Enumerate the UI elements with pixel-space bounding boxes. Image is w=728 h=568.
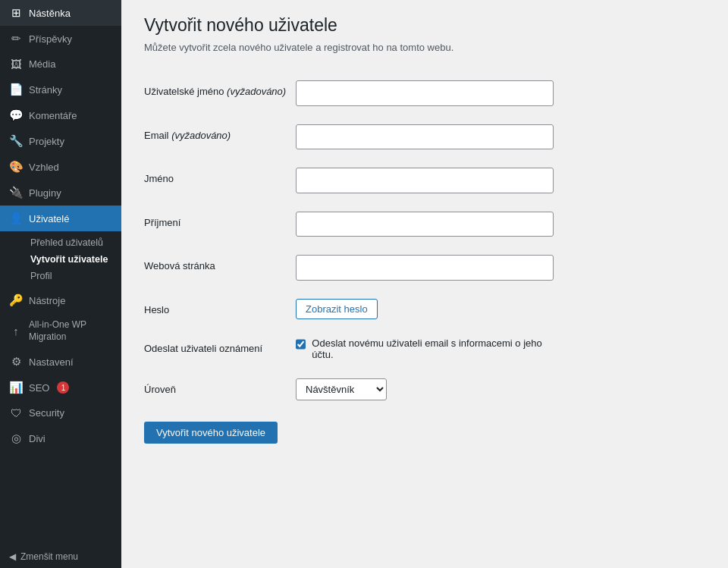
role-label: Úroveň — [144, 378, 296, 395]
submenu-item-vytvorit[interactable]: Vytvořit uživatele — [23, 251, 121, 268]
lastname-input[interactable] — [296, 212, 554, 237]
password-control: Zobrazit heslo — [296, 299, 554, 319]
pluginy-icon: 🔌 — [9, 186, 23, 199]
sidebar-item-label: Security — [29, 407, 64, 419]
prispevky-icon: ✏ — [9, 32, 23, 46]
sidebar-item-label: Média — [29, 58, 55, 70]
sidebar-item-label: Projekty — [29, 136, 64, 147]
notification-checkbox[interactable] — [296, 339, 306, 350]
komentare-icon: 💬 — [9, 108, 23, 122]
stranky-icon: 📄 — [9, 83, 23, 96]
create-user-form: Uživatelské jméno (vyžadováno) Email (vy… — [144, 71, 705, 444]
page-subtitle: Můžete vytvořit zcela nového uživatele a… — [144, 42, 705, 53]
sidebar: ⊞ Nástěnka ✏ Příspěvky 🖼 Média 📄 Stránky… — [0, 0, 121, 568]
submit-row: Vytvořit nového uživatele — [144, 410, 705, 444]
lastname-control — [296, 212, 554, 237]
password-row: Heslo Zobrazit heslo — [144, 290, 705, 328]
page-title: Vytvořit nového uživatele — [144, 15, 705, 36]
lastname-label: Příjmení — [144, 212, 296, 228]
uzivatele-icon: 👤 — [9, 212, 23, 225]
sidebar-item-label: Příspěvky — [29, 33, 72, 45]
sidebar-item-label: Divi — [29, 433, 46, 444]
username-input[interactable] — [296, 80, 554, 106]
role-select[interactable]: Návštěvník Přispěvatel Autor Editor Admi… — [296, 378, 387, 400]
allinone-icon: ↑ — [9, 325, 23, 337]
notification-checkbox-label: Odeslat novému uživateli email s informa… — [312, 337, 554, 360]
firstname-control — [296, 168, 554, 193]
sidebar-item-stranky[interactable]: 📄 Stránky — [0, 77, 121, 102]
submenu-item-profil[interactable]: Profil — [23, 268, 121, 284]
role-control: Návštěvník Přispěvatel Autor Editor Admi… — [296, 378, 554, 400]
website-control — [296, 255, 554, 281]
sidebar-item-label: SEO — [29, 382, 49, 394]
show-password-button[interactable]: Zobrazit heslo — [296, 299, 378, 319]
sidebar-item-security[interactable]: 🛡 Security — [0, 400, 121, 425]
email-row: Email (vyžadováno) — [144, 115, 705, 159]
sidebar-item-label: Nastavení — [29, 356, 74, 368]
email-input[interactable] — [296, 124, 554, 150]
role-row: Úroveň Návštěvník Přispěvatel Autor Edit… — [144, 369, 705, 410]
seo-icon: 📊 — [9, 381, 23, 394]
sidebar-item-label: Nástěnka — [29, 8, 71, 19]
sidebar-item-allinone[interactable]: ↑ All-in-One WPMigration — [0, 313, 121, 349]
sidebar-item-nastaveni[interactable]: ⚙ Nastavení — [0, 349, 121, 375]
shrink-menu-button[interactable]: ◀ Zmenšit menu — [0, 545, 121, 568]
sidebar-item-nastenska[interactable]: ⊞ Nástěnka — [0, 0, 121, 26]
sidebar-item-nastroje[interactable]: 🔑 Nástroje — [0, 287, 121, 313]
sidebar-item-label: All-in-One WPMigration — [29, 319, 86, 343]
seo-badge: 1 — [57, 381, 69, 394]
sidebar-item-komentare[interactable]: 💬 Komentáře — [0, 102, 121, 128]
username-control — [296, 80, 554, 106]
projekty-icon: 🔧 — [9, 134, 23, 148]
sidebar-item-label: Pluginy — [29, 187, 61, 199]
nastaveni-icon: ⚙ — [9, 355, 23, 369]
website-row: Webová stránka — [144, 246, 705, 290]
divi-icon: ◎ — [9, 431, 23, 445]
sidebar-item-label: Nástroje — [29, 295, 65, 306]
sidebar-item-label: Komentáře — [29, 110, 77, 121]
nastroje-icon: 🔑 — [9, 293, 23, 307]
shrink-label: Zmenšit menu — [20, 551, 78, 562]
sidebar-item-label: Uživatelé — [29, 213, 69, 224]
shrink-icon: ◀ — [9, 551, 16, 562]
website-input[interactable] — [296, 255, 554, 281]
security-icon: 🛡 — [9, 406, 23, 419]
sidebar-item-pluginy[interactable]: 🔌 Pluginy — [0, 180, 121, 206]
sidebar-item-projekty[interactable]: 🔧 Projekty — [0, 128, 121, 154]
vzhled-icon: 🎨 — [9, 160, 23, 174]
media-icon: 🖼 — [9, 58, 23, 71]
username-label: Uživatelské jméno (vyžadováno) — [144, 80, 296, 97]
sidebar-item-media[interactable]: 🖼 Média — [0, 52, 121, 77]
website-label: Webová stránka — [144, 255, 296, 271]
notification-label: Odeslat uživateli oznámení — [144, 337, 296, 354]
sidebar-item-vzhled[interactable]: 🎨 Vzhled — [0, 154, 121, 180]
firstname-input[interactable] — [296, 168, 554, 193]
sidebar-item-label: Stránky — [29, 84, 62, 96]
username-row: Uživatelské jméno (vyžadováno) — [144, 71, 705, 115]
submenu-item-prehled[interactable]: Přehled uživatelů — [23, 234, 121, 251]
email-label: Email (vyžadováno) — [144, 124, 296, 141]
nastenska-icon: ⊞ — [9, 6, 23, 20]
submit-button[interactable]: Vytvořit nového uživatele — [144, 422, 278, 444]
sidebar-item-label: Vzhled — [29, 162, 59, 173]
sidebar-item-divi[interactable]: ◎ Divi — [0, 425, 121, 451]
lastname-row: Příjmení — [144, 202, 705, 246]
notification-control: Odeslat novému uživateli email s informa… — [296, 337, 554, 360]
notification-row: Odeslat uživateli oznámení Odeslat novém… — [144, 328, 705, 369]
sidebar-item-uzivatele[interactable]: 👤 Uživatelé — [0, 206, 121, 231]
sidebar-item-prispevky[interactable]: ✏ Příspěvky — [0, 26, 121, 52]
submenu-uzivatele: Přehled uživatelů Vytvořit uživatele Pro… — [0, 231, 121, 287]
firstname-label: Jméno — [144, 168, 296, 184]
main-content: Vytvořit nového uživatele Můžete vytvoři… — [121, 0, 728, 568]
firstname-row: Jméno — [144, 158, 705, 202]
email-control — [296, 124, 554, 150]
sidebar-item-seo[interactable]: 📊 SEO 1 — [0, 375, 121, 400]
password-label: Heslo — [144, 299, 296, 315]
notification-checkbox-row: Odeslat novému uživateli email s informa… — [296, 337, 554, 360]
